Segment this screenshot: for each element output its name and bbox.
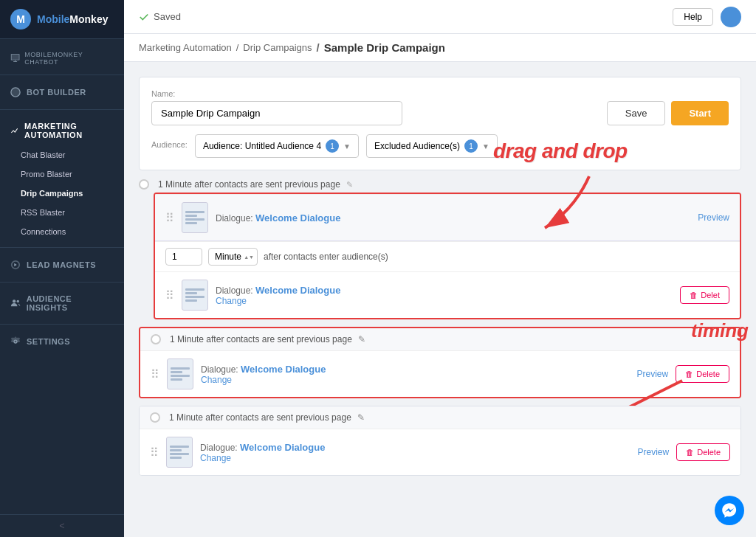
timing-bar-3[interactable]: 1 Minute after contacts are sent previou… xyxy=(140,406,740,429)
timing-text-3: 1 Minute after contacts are sent previou… xyxy=(169,412,351,423)
breadcrumb-part1[interactable]: Marketing Automation xyxy=(139,42,232,53)
name-field-wrap: Name: xyxy=(151,89,402,125)
edit-icon-2[interactable]: ✎ xyxy=(358,334,365,344)
drag-handle-2[interactable]: ⠿ xyxy=(151,367,159,381)
campaign-header: Name: Save Start Audience: Audience: Unt… xyxy=(139,77,741,170)
sidebar-section-audience: AUDIENCE INSIGHTS xyxy=(0,282,124,324)
breadcrumb-sep2: / xyxy=(317,41,320,54)
dialogue-item-1a: ⠿ Dialogue: Welcome Dialogue Preview xyxy=(155,194,740,241)
preview-link-3[interactable]: Preview xyxy=(638,447,670,457)
sidebar-item-audience-insights[interactable]: AUDIENCE INSIGHTS xyxy=(0,288,124,318)
dialogue-info-3: Dialogue: Welcome Dialogue Change xyxy=(200,442,630,463)
start-button[interactable]: Start xyxy=(671,101,729,125)
sidebar-item-connections[interactable]: Connections xyxy=(0,222,124,241)
campaign-buttons: Save Start xyxy=(607,101,729,125)
dialogue-info-1a: Dialogue: Welcome Dialogue xyxy=(216,212,690,224)
sidebar-item-marketing-automation[interactable]: MARKETING AUTOMATION xyxy=(0,116,124,145)
sidebar-logo[interactable]: M MobileMonkey xyxy=(0,0,124,38)
logo-icon: M xyxy=(10,9,31,30)
trash-icon-2: 🗑 xyxy=(685,370,693,378)
dialogue-name-2: Welcome Dialogue xyxy=(241,364,326,375)
sidebar-section-marketing: MARKETING AUTOMATION Chat Blaster Promo … xyxy=(0,109,124,247)
name-row: Name: Save Start xyxy=(151,89,729,125)
sidebar-item-drip-campaigns[interactable]: Drip Campaigns xyxy=(0,184,124,203)
audience-row: Audience: Audience: Untitled Audience 4 … xyxy=(151,134,729,158)
dialogue-name-3: Welcome Dialogue xyxy=(240,442,325,453)
breadcrumb-part2[interactable]: Drip Campaigns xyxy=(243,42,312,53)
timing-unit-select-1[interactable]: Minute Hour Day xyxy=(208,248,258,266)
dialogue-label-2: Dialogue: Welcome Dialogue xyxy=(201,364,630,375)
campaign-name-input[interactable] xyxy=(151,101,402,125)
messenger-icon xyxy=(721,502,738,519)
preview-link-1a[interactable]: Preview xyxy=(698,212,729,223)
row-bullet-1 xyxy=(139,179,149,190)
drip-row-3: 1 Minute after contacts are sent previou… xyxy=(139,406,741,476)
save-button[interactable]: Save xyxy=(607,101,666,125)
sidebar-section-chatbot: MOBILEMONKEY CHATBOT xyxy=(0,38,124,75)
preview-link-2[interactable]: Preview xyxy=(637,369,669,379)
timing-edit-row-1: Minute Hour Day after contacts enter aud… xyxy=(155,241,740,271)
breadcrumb: Marketing Automation / Drip Campaigns / … xyxy=(124,34,756,62)
drag-handle-1a[interactable]: ⠿ xyxy=(165,211,174,225)
dialogue-item-3: ⠿ Dialogue: Welcome Dialogue Change Prev… xyxy=(140,429,740,475)
sidebar-item-chat-blaster[interactable]: Chat Blaster xyxy=(0,145,124,164)
excluded-audience-select[interactable]: Excluded Audience(s) 1 ▼ xyxy=(366,134,498,158)
audience-badge: 1 xyxy=(326,139,339,153)
content-area: drag and drop Name: xyxy=(124,62,756,537)
dialogue-label-3: Dialogue: Welcome Dialogue xyxy=(200,442,630,453)
dialogue-label-1b: Dialogue: Welcome Dialogue xyxy=(216,285,673,296)
breadcrumb-sep1: / xyxy=(236,42,239,53)
help-button[interactable]: Help xyxy=(673,8,713,26)
excluded-badge: 1 xyxy=(464,139,478,153)
doc-icon-3 xyxy=(166,437,193,468)
sidebar-item-rss-blaster[interactable]: RSS Blaster xyxy=(0,203,124,222)
edit-icon-1[interactable]: ✎ xyxy=(346,180,353,190)
saved-indicator: Saved xyxy=(139,11,181,22)
sidebar-item-promo-blaster[interactable]: Promo Blaster xyxy=(0,164,124,184)
sidebar-item-bot-builder[interactable]: BOT BUILDER xyxy=(0,81,124,103)
drag-handle-1b[interactable]: ⠿ xyxy=(165,288,174,302)
change-link-3[interactable]: Change xyxy=(200,453,630,463)
messenger-fab[interactable] xyxy=(715,496,744,525)
svg-point-2 xyxy=(13,299,16,302)
avatar xyxy=(721,7,741,27)
audience-select[interactable]: Audience: Untitled Audience 4 1 ▼ xyxy=(195,134,359,158)
row-bullet-3 xyxy=(150,412,160,423)
edit-icon-3[interactable]: ✎ xyxy=(357,412,365,423)
change-link-2[interactable]: Change xyxy=(201,375,630,385)
dialogue-item-2: ⠿ Dialogue: Welcome Dialogue Change Prev… xyxy=(140,350,740,397)
svg-point-3 xyxy=(17,300,19,302)
sidebar-section-settings: SETTINGS xyxy=(0,324,124,358)
delete-button-1b[interactable]: 🗑 Delet xyxy=(680,286,729,304)
main-content: Saved Help Marketing Automation / Drip C… xyxy=(124,0,756,537)
breadcrumb-part3: Sample Drip Campaign xyxy=(324,41,445,54)
timing-bar-2[interactable]: 1 Minute after contacts are sent previou… xyxy=(140,328,740,350)
sidebar-section-bot: BOT BUILDER xyxy=(0,75,124,109)
chevron-down-icon: ▼ xyxy=(343,142,351,150)
dialogue-info-1b: Dialogue: Welcome Dialogue Change xyxy=(216,285,673,306)
sidebar-header-chatbot[interactable]: MOBILEMONKEY CHATBOT xyxy=(0,45,124,69)
sidebar-section-lead: LEAD MAGNETS xyxy=(0,247,124,282)
delete-button-2[interactable]: 🗑 Delete xyxy=(676,365,729,383)
campaign-row-2: 1 Minute after contacts are sent previou… xyxy=(139,327,741,398)
sidebar: M MobileMonkey MOBILEMONKEY CHATBOT BOT … xyxy=(0,0,124,537)
sidebar-collapse-button[interactable]: < xyxy=(0,514,124,537)
delete-button-3[interactable]: 🗑 Delete xyxy=(676,443,730,461)
row-bullet-2 xyxy=(151,334,161,344)
dialogue-item-1b: ⠿ Dialogue: Welcome Dialogue Change 🗑 xyxy=(155,271,740,318)
doc-icon-1a xyxy=(182,202,208,233)
timing-unit-wrap-1: Minute Hour Day xyxy=(208,248,258,266)
drip-row-1: 1 Minute after contacts are sent previou… xyxy=(139,179,741,319)
change-link-1b[interactable]: Change xyxy=(216,296,673,306)
drip-row-2: 1 Minute after contacts are sent previou… xyxy=(139,327,741,398)
trash-icon-3: 🗑 xyxy=(686,448,694,457)
saved-icon xyxy=(139,12,149,22)
timing-after-text-1: after contacts enter audience(s) xyxy=(264,252,388,262)
trash-icon-1b: 🗑 xyxy=(690,291,698,299)
sidebar-item-lead-magnets[interactable]: LEAD MAGNETS xyxy=(0,254,124,276)
sidebar-item-settings[interactable]: SETTINGS xyxy=(0,330,124,353)
timing-number-input-1[interactable] xyxy=(165,248,202,266)
drag-handle-3[interactable]: ⠿ xyxy=(150,446,159,460)
campaign-row-3: 1 Minute after contacts are sent previou… xyxy=(139,406,741,476)
content-inner: drag and drop Name: xyxy=(139,77,741,476)
